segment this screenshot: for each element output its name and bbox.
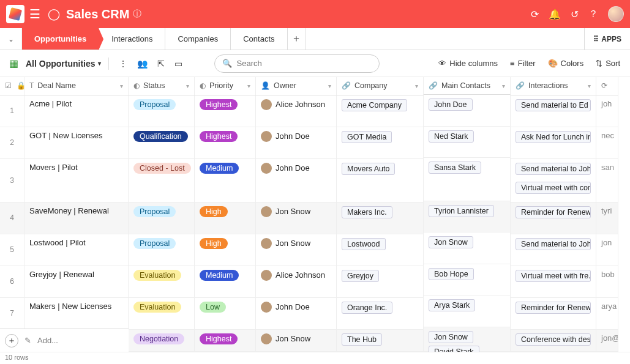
column-status[interactable]: ◐Status▾ <box>129 77 195 95</box>
owner-chip[interactable]: John Doe <box>261 302 310 313</box>
interaction-chip[interactable]: Reminder for Renewal <box>516 206 591 218</box>
cell[interactable]: Proposal <box>129 202 195 234</box>
history-icon[interactable]: ↺ <box>571 9 579 20</box>
cell[interactable]: Reminder for Renewal <box>511 202 596 234</box>
interaction-chip[interactable]: Ask Ned for Lunch in... <box>516 131 591 143</box>
share-users-icon[interactable]: 👥 <box>135 59 150 69</box>
chevron-down-icon[interactable]: ▾ <box>186 83 189 89</box>
help-icon[interactable]: ？ <box>588 8 598 21</box>
owner-chip[interactable]: John Doe <box>261 131 310 142</box>
priority-pill[interactable]: Low <box>200 302 226 313</box>
priority-pill[interactable]: Medium <box>200 163 239 174</box>
sync-icon[interactable]: ⟳ <box>531 9 539 20</box>
priority-pill[interactable]: Highest <box>200 131 238 142</box>
column-owner[interactable]: 👤Owner▾ <box>256 77 337 95</box>
cell[interactable]: bob <box>596 266 618 298</box>
cell[interactable]: Sansa Stark <box>424 158 511 201</box>
priority-pill[interactable]: Highest <box>200 333 238 344</box>
add-tab-button[interactable]: ＋ <box>288 28 306 50</box>
add-row-button[interactable]: ＋ <box>5 334 18 347</box>
cell[interactable]: Highest <box>195 127 256 159</box>
company-chip[interactable]: GOT Media <box>342 131 392 143</box>
interaction-chip[interactable]: Send material to Ed <box>516 99 591 111</box>
cell[interactable]: Proposal <box>129 95 195 127</box>
user-avatar[interactable] <box>608 6 624 22</box>
cell[interactable]: High <box>195 234 256 266</box>
cell[interactable]: Jon Snow <box>256 330 337 352</box>
cell[interactable]: Negotiation <box>129 330 195 352</box>
cell[interactable]: SaveMoney | Renewal <box>24 202 129 234</box>
tab-companies[interactable]: Companies <box>165 28 231 50</box>
chevron-down-icon[interactable]: ▾ <box>328 83 331 89</box>
cell[interactable]: Reminder for Renewal <box>511 298 596 330</box>
cell[interactable]: Arya Stark <box>424 295 511 327</box>
cell[interactable]: Closed - Lost <box>129 159 195 202</box>
tab-interactions[interactable]: Interactions <box>99 28 165 50</box>
cell[interactable]: Conference with desi... <box>511 330 596 352</box>
chevron-down-icon[interactable]: ▾ <box>247 83 250 89</box>
cell[interactable]: John Doe <box>256 159 337 202</box>
add-row-placeholder[interactable]: Add... <box>37 336 58 345</box>
interaction-chip[interactable]: Send material to John <box>516 238 591 250</box>
company-chip[interactable]: Orange Inc. <box>342 302 392 314</box>
priority-pill[interactable]: Medium <box>200 270 239 281</box>
cell[interactable]: Acme Company <box>337 95 424 127</box>
cell[interactable]: Lostwood <box>337 234 424 266</box>
cell[interactable]: Acme | Pilot <box>24 95 129 127</box>
cell[interactable]: Movers Auto <box>337 159 424 202</box>
contact-chip[interactable]: Jon Snow <box>429 236 473 248</box>
sort-button[interactable]: ⇅Sort <box>592 59 624 68</box>
view-selector[interactable]: All Opportunities▾ <box>26 59 101 69</box>
cell[interactable]: Send material to Ed <box>511 95 596 127</box>
status-pill[interactable]: Proposal <box>133 238 176 249</box>
contact-chip[interactable]: Ned Stark <box>429 130 474 143</box>
app-logo[interactable] <box>6 5 24 23</box>
status-pill[interactable]: Proposal <box>133 99 176 110</box>
contact-chip[interactable]: Sansa Stark <box>429 162 481 174</box>
apps-button[interactable]: ⠿APPS <box>584 28 630 50</box>
cell[interactable]: Qualification <box>129 127 195 159</box>
cell[interactable]: John Doe <box>424 95 511 127</box>
cell[interactable]: 3 <box>0 159 24 202</box>
cell[interactable]: John Doe <box>256 298 337 330</box>
company-chip[interactable]: Lostwood <box>342 238 386 250</box>
cell[interactable]: Medium <box>195 159 256 202</box>
menu-icon[interactable]: ☰ <box>29 7 40 21</box>
colors-button[interactable]: 🎨Colors <box>544 59 588 68</box>
cell[interactable]: Lostwood | Pilot <box>24 234 129 266</box>
cell[interactable]: Jon Snow <box>256 234 337 266</box>
cell[interactable]: Evaluation <box>129 298 195 330</box>
bell-icon[interactable]: 🔔 <box>549 9 561 20</box>
cell[interactable]: Send material to JohnVirtual meet with c… <box>511 159 596 202</box>
info-icon[interactable]: ⓘ <box>133 9 141 20</box>
refresh-icon[interactable]: ⟳ <box>601 81 607 90</box>
status-pill[interactable]: Negotiation <box>133 333 184 344</box>
cell[interactable]: Makers Inc. <box>337 202 424 234</box>
search-field[interactable]: 🔍 <box>214 54 380 73</box>
tabs-collapse-icon[interactable]: ⌄ <box>0 28 22 50</box>
interaction-chip[interactable]: Virtual meet with fre... <box>516 270 591 282</box>
owner-chip[interactable]: Alice Johnson <box>261 270 325 281</box>
cell[interactable]: Highest <box>195 95 256 127</box>
cell[interactable]: Orange Inc. <box>337 298 424 330</box>
tab-contacts[interactable]: Contacts <box>231 28 287 50</box>
interaction-chip[interactable]: Conference with desi... <box>516 333 591 346</box>
priority-pill[interactable]: High <box>200 238 228 249</box>
status-pill[interactable]: Evaluation <box>133 270 181 281</box>
company-chip[interactable]: Makers Inc. <box>342 206 392 218</box>
column-priority[interactable]: ◐Priority▾ <box>195 77 256 95</box>
checkbox-icon[interactable]: ☑ <box>5 81 12 90</box>
cell[interactable]: Tyrion Lannister <box>424 201 511 233</box>
cell[interactable]: Alice Johnson <box>256 95 337 127</box>
status-pill[interactable]: Proposal <box>133 206 176 217</box>
column-interactions[interactable]: 🔗Interactions▾ <box>511 77 596 95</box>
cell[interactable]: Medium <box>195 266 256 298</box>
owner-chip[interactable]: Alice Johnson <box>261 99 325 110</box>
owner-chip[interactable]: Jon Snow <box>261 333 310 344</box>
cell[interactable]: The Hub <box>337 330 424 352</box>
cell[interactable]: Low <box>195 298 256 330</box>
export-icon[interactable]: ⇱ <box>155 59 167 69</box>
cell[interactable]: nec <box>596 127 618 159</box>
cell[interactable]: John Doe <box>256 127 337 159</box>
cell[interactable]: Ask Ned for Lunch in... <box>511 127 596 159</box>
